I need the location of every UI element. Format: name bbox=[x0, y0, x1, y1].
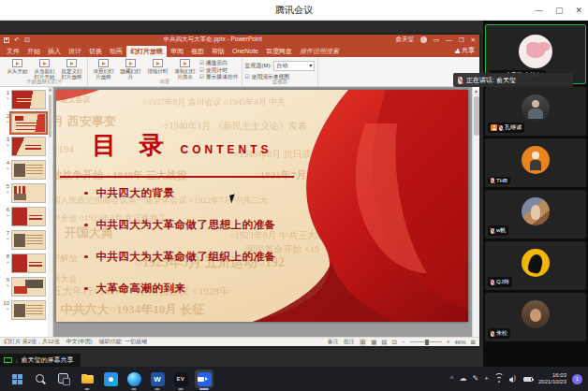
participant-tile[interactable]: 朱松 bbox=[485, 293, 586, 341]
ppt-restore-button[interactable]: ❐ bbox=[459, 36, 464, 44]
slide-thumbnail-1[interactable] bbox=[11, 90, 46, 109]
taskbar-meeting-icon[interactable] bbox=[195, 369, 213, 388]
tab-帮助[interactable]: 帮助 bbox=[208, 46, 228, 57]
ppt-close-button[interactable]: ✕ bbox=[471, 36, 476, 44]
battery-icon[interactable] bbox=[523, 377, 533, 382]
slide-sorter-icon[interactable]: ▦ bbox=[371, 339, 376, 346]
slide-thumbnail-6[interactable] bbox=[11, 207, 46, 226]
tab-视图[interactable]: 视图 bbox=[187, 46, 208, 57]
user-avatar[interactable] bbox=[420, 36, 427, 43]
slideshow-view-icon[interactable]: ⊡ bbox=[391, 339, 396, 346]
scroll-up-icon[interactable]: ▲ bbox=[48, 87, 52, 93]
word-icon: W bbox=[151, 372, 165, 386]
save-icon[interactable] bbox=[4, 37, 9, 43]
editor-scrollbar[interactable]: ▲ bbox=[472, 87, 479, 337]
language-indicator[interactable]: 中文(中国) bbox=[66, 338, 93, 346]
thumbnail-scrollbar[interactable]: ▲ bbox=[48, 87, 52, 337]
pen-icon[interactable]: ✎ bbox=[473, 375, 479, 383]
thumbnail-number: 3✶ bbox=[1, 137, 11, 156]
comments-button[interactable]: 批注 bbox=[344, 338, 355, 346]
checkbox-使用计时[interactable]: ☑ 使用计时 bbox=[199, 67, 239, 74]
taskbar-edge-icon[interactable] bbox=[125, 369, 143, 388]
ppt-user-name[interactable]: 俞天玺 bbox=[396, 36, 415, 44]
slide-bullet-list: 中共四大的背景中共四大为大革命做了思想上的准备中共四大为大革命做了组织上的准备大… bbox=[84, 186, 276, 296]
download-arrow-icon: ↓ bbox=[15, 357, 19, 364]
tab-OneNote[interactable]: OneNote bbox=[228, 46, 262, 57]
taskbar-explorer-icon[interactable] bbox=[78, 369, 96, 388]
ppt-minimize-button[interactable]: — bbox=[446, 36, 452, 43]
ribbon-button-从当前幻灯片开始[interactable]: 从当前幻灯片开始 bbox=[32, 59, 57, 80]
checkbox-icon: ☑ bbox=[199, 60, 204, 65]
monitor-dropdown[interactable]: 自动 ▾ bbox=[273, 61, 315, 71]
slide-canvas[interactable]: 遵义会议○1937年8月 洛川会议 ○1945年4月 中共月 西安事变○1940… bbox=[56, 90, 468, 322]
participant-tile[interactable]: 孔继诚 bbox=[485, 87, 586, 136]
participant-name: 孔继诚 bbox=[505, 123, 522, 132]
animation-star-icon: ✶ bbox=[1, 214, 9, 219]
taskbar-start-icon[interactable] bbox=[7, 369, 26, 388]
minimize-button[interactable]: — bbox=[535, 6, 543, 15]
cloud-icon[interactable]: ☁ bbox=[460, 375, 467, 383]
plus-icon[interactable]: + bbox=[484, 375, 489, 383]
meeting-icon bbox=[198, 372, 212, 386]
thumbnail-row: 7✶ bbox=[1, 230, 47, 250]
zoom-in-icon[interactable]: + bbox=[447, 339, 450, 345]
ribbon-button-排练计时[interactable]: 排练计时 bbox=[145, 59, 170, 80]
maximize-button[interactable]: ▢ bbox=[555, 6, 564, 15]
tab-文件[interactable]: 文件 bbox=[3, 46, 23, 57]
tab-设计[interactable]: 设计 bbox=[65, 46, 85, 57]
tab-开始[interactable]: 开始 bbox=[23, 46, 44, 57]
tab-百度网盘[interactable]: 百度网盘 bbox=[262, 46, 296, 57]
mic-off-icon bbox=[491, 178, 494, 183]
tab-插入[interactable]: 插入 bbox=[44, 46, 65, 57]
tell-me-search[interactable]: 操作说明搜索 bbox=[296, 46, 343, 57]
taskbar-word-icon[interactable]: W bbox=[148, 369, 167, 388]
taskbar-photos-icon[interactable] bbox=[101, 369, 120, 388]
participant-tile[interactable]: QJ炜 bbox=[485, 241, 586, 290]
fit-slide-icon[interactable]: ⊠ bbox=[471, 339, 476, 346]
taskbar-clock[interactable]: 16:03 2021/10/23 bbox=[538, 372, 566, 386]
scroll-up-icon[interactable]: ▲ bbox=[473, 87, 479, 94]
slide-thumbnail-5[interactable] bbox=[11, 183, 46, 203]
taskbar-apps: WEV bbox=[7, 369, 213, 388]
ppt-share-button[interactable]: 共享 bbox=[455, 46, 475, 55]
hidden-icons-chevron[interactable]: ^ bbox=[450, 375, 454, 383]
volume-icon[interactable] bbox=[509, 375, 518, 383]
undo-icon[interactable]: ↶ bbox=[14, 36, 20, 43]
taskbar-taskview-icon[interactable] bbox=[54, 369, 73, 388]
slide-thumbnail-4[interactable] bbox=[11, 160, 46, 180]
wifi-icon[interactable] bbox=[494, 375, 504, 383]
ribbon-button-从头开始[interactable]: 从头开始 bbox=[5, 59, 30, 80]
slide-thumbnail-3[interactable] bbox=[11, 137, 46, 156]
ribbon-options-button[interactable]: ▭ bbox=[434, 36, 439, 44]
tab-审阅[interactable]: 审阅 bbox=[167, 46, 187, 57]
slide-thumbnail-7[interactable] bbox=[11, 230, 46, 250]
normal-view-icon[interactable]: ⊞ bbox=[360, 339, 366, 346]
slide-thumbnail-10[interactable] bbox=[11, 300, 46, 320]
participant-tile[interactable]: THB bbox=[485, 138, 586, 187]
taskbar-ev-icon[interactable]: EV bbox=[171, 369, 190, 388]
participant-tile[interactable]: w帆 bbox=[485, 190, 586, 239]
zoom-out-icon[interactable]: − bbox=[402, 339, 405, 345]
notes-button[interactable]: 备注 bbox=[328, 338, 339, 346]
screen-share-banner[interactable]: ↓ 俞天玺的屏幕共享 bbox=[0, 354, 81, 367]
slide-thumbnail-9[interactable] bbox=[11, 277, 46, 297]
thumbnail-row: 3✶ bbox=[1, 137, 47, 156]
tab-切换[interactable]: 切换 bbox=[85, 46, 106, 57]
ribbon-button-录制幻灯片演示[interactable]: 录制幻灯片演示 bbox=[172, 59, 198, 80]
notification-badge[interactable]: 1 bbox=[572, 374, 582, 384]
zoom-slider[interactable] bbox=[410, 341, 442, 342]
zoom-level[interactable]: 46% bbox=[455, 340, 466, 345]
ribbon-button-自定义幻灯片放映[interactable]: 自定义幻灯片放映 bbox=[59, 59, 84, 80]
ribbon-button-设置幻灯片放映[interactable]: 设置幻灯片放映 bbox=[91, 59, 116, 80]
close-button[interactable]: ✕ bbox=[575, 6, 582, 15]
tab-动画[interactable]: 动画 bbox=[106, 46, 126, 57]
slide-thumbnail-2[interactable] bbox=[11, 113, 46, 133]
checkbox-播放旁白[interactable]: ☑ 播放旁白 bbox=[199, 60, 239, 66]
accessibility-status[interactable]: 辅助功能: 一切就绪 bbox=[99, 338, 147, 346]
taskbar-search-icon[interactable] bbox=[31, 369, 50, 388]
slide-thumbnail-8[interactable] bbox=[11, 253, 46, 273]
participant-name: w帆 bbox=[496, 226, 506, 235]
reading-view-icon[interactable]: ▤ bbox=[381, 339, 387, 346]
tab-幻灯片放映[interactable]: 幻灯片放映 bbox=[126, 46, 167, 57]
ribbon-button-隐藏幻灯片[interactable]: 隐藏幻灯片 bbox=[118, 59, 143, 80]
